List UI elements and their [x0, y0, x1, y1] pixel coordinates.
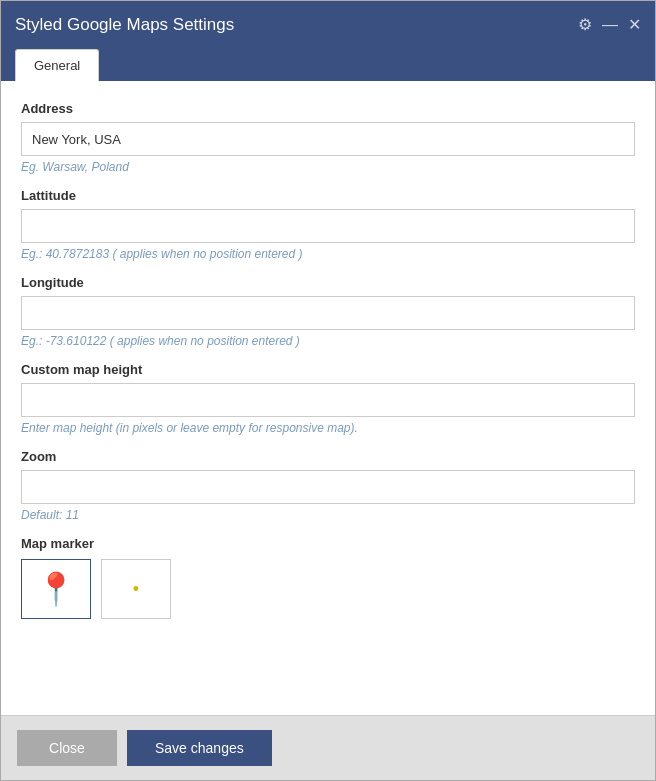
- minimize-icon[interactable]: —: [602, 17, 618, 33]
- latitude-label: Lattitude: [21, 188, 635, 203]
- close-button[interactable]: Close: [17, 730, 117, 766]
- map-height-label: Custom map height: [21, 362, 635, 377]
- map-height-input[interactable]: [21, 383, 635, 417]
- zoom-input[interactable]: [21, 470, 635, 504]
- address-label: Address: [21, 101, 635, 116]
- zoom-group: Zoom Default: 11: [21, 449, 635, 522]
- titlebar-controls: ⚙ — ✕: [578, 17, 641, 33]
- content-area[interactable]: Address Eg. Warsaw, Poland Lattitude Eg.…: [1, 81, 655, 715]
- zoom-hint: Default: 11: [21, 508, 635, 522]
- main-window: Styled Google Maps Settings ⚙ — ✕ Genera…: [0, 0, 656, 781]
- map-marker-label: Map marker: [21, 536, 635, 551]
- latitude-group: Lattitude Eg.: 40.7872183 ( applies when…: [21, 188, 635, 261]
- zoom-label: Zoom: [21, 449, 635, 464]
- latitude-input[interactable]: [21, 209, 635, 243]
- tab-general[interactable]: General: [15, 49, 99, 81]
- latitude-hint: Eg.: 40.7872183 ( applies when no positi…: [21, 247, 635, 261]
- map-height-group: Custom map height Enter map height (in p…: [21, 362, 635, 435]
- dot-marker-icon: •: [133, 579, 139, 600]
- map-height-hint: Enter map height (in pixels or leave emp…: [21, 421, 635, 435]
- longitude-label: Longitude: [21, 275, 635, 290]
- tab-bar: General: [1, 49, 655, 81]
- longitude-input[interactable]: [21, 296, 635, 330]
- longitude-hint: Eg.: -73.610122 ( applies when no positi…: [21, 334, 635, 348]
- map-marker-icon: 📍: [36, 570, 76, 608]
- map-marker-group: Map marker 📍 •: [21, 536, 635, 619]
- marker-options: 📍 •: [21, 559, 635, 619]
- marker-option-map[interactable]: 📍: [21, 559, 91, 619]
- titlebar: Styled Google Maps Settings ⚙ — ✕: [1, 1, 655, 49]
- save-button[interactable]: Save changes: [127, 730, 272, 766]
- window-title: Styled Google Maps Settings: [15, 15, 234, 35]
- marker-option-dot[interactable]: •: [101, 559, 171, 619]
- address-hint: Eg. Warsaw, Poland: [21, 160, 635, 174]
- footer: Close Save changes: [1, 715, 655, 780]
- close-icon[interactable]: ✕: [628, 17, 641, 33]
- gear-icon[interactable]: ⚙: [578, 17, 592, 33]
- address-input[interactable]: [21, 122, 635, 156]
- longitude-group: Longitude Eg.: -73.610122 ( applies when…: [21, 275, 635, 348]
- address-group: Address Eg. Warsaw, Poland: [21, 101, 635, 174]
